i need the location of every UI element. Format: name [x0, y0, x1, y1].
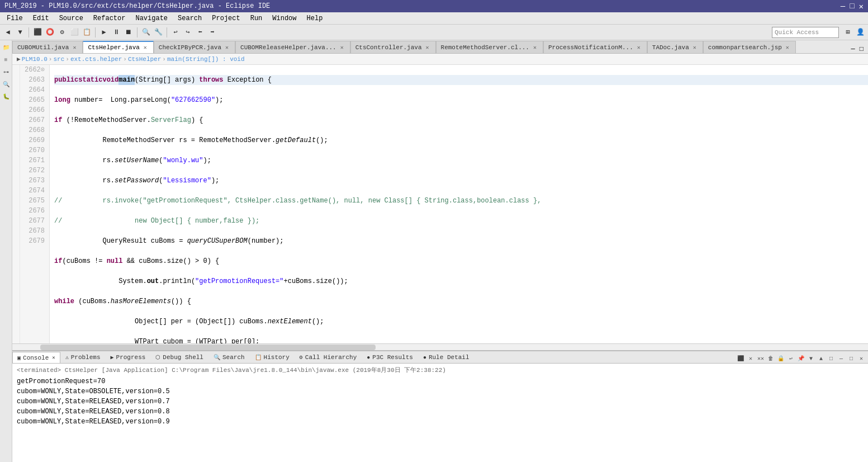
- bottom-tab-progress[interactable]: ▶ Progress: [106, 352, 151, 363]
- toolbar-btn-15[interactable]: ⬅: [195, 27, 206, 38]
- tab-checkip-close[interactable]: ✕: [224, 44, 230, 51]
- console-word-wrap-btn[interactable]: ↩: [786, 354, 795, 363]
- bottom-tab-p3c[interactable]: ● P3C Results: [362, 352, 418, 363]
- bottom-tab-history[interactable]: 📋 History: [250, 352, 295, 363]
- console-remove-btn[interactable]: ✕✕: [756, 354, 765, 363]
- tab-remotemethodserver[interactable]: RemoteMethodServer.cl... ✕: [436, 41, 543, 53]
- bottom-tab-callhierarchy[interactable]: ⚙ Call Hierarchy: [295, 352, 362, 363]
- toolbar-btn-14[interactable]: ↪: [182, 27, 193, 38]
- bottom-tab-debugshell[interactable]: ⬡ Debug Shell: [150, 352, 208, 363]
- bottom-panel-close[interactable]: ✕: [857, 354, 866, 363]
- iconbar-hierarchy[interactable]: ⊶: [1, 67, 11, 77]
- menu-run[interactable]: Run: [246, 13, 267, 23]
- bottom-tab-p3c-label: P3C Results: [372, 354, 413, 361]
- tab-cubomutil-close[interactable]: ✕: [71, 44, 78, 51]
- bottom-tab-callhierarchy-label: Call Hierarchy: [305, 354, 357, 361]
- toolbar-btn-7[interactable]: 📋: [81, 27, 92, 38]
- code-line-2674: Object[] per = (Object[]) cuBoms.nextEle…: [54, 317, 868, 327]
- toolbar-btn-11[interactable]: 🔍: [140, 27, 151, 38]
- h-scrollbar[interactable]: [12, 343, 868, 350]
- quick-access-input[interactable]: Quick Access: [772, 27, 839, 38]
- toolbar-btn-4[interactable]: ⭕: [44, 27, 55, 38]
- tab-cubomrelease[interactable]: CUBOMReleaseHelper.java... ✕: [235, 41, 350, 53]
- menu-edit[interactable]: Edit: [29, 13, 54, 23]
- toolbar-btn-workspace[interactable]: 👤: [855, 27, 866, 38]
- toolbar: ◀ ▼ ⬛ ⭕ ⚙ ⬜ 📋 ▶ ⏸ ⏹ 🔍 🔧 ↩ ↪ ⬅ ➡ Quick Ac…: [0, 25, 868, 40]
- tab-ctshelper-close[interactable]: ✕: [142, 44, 149, 51]
- tab-cubomutil[interactable]: CUBOMUtil.java ✕: [12, 41, 83, 53]
- tab-ctscontroller[interactable]: CtsController.java ✕: [350, 41, 436, 53]
- toolbar-btn-10[interactable]: ⏹: [123, 27, 134, 38]
- progress-icon: ▶: [111, 354, 114, 361]
- breadcrumb-part5[interactable]: main(String[]) : void: [167, 56, 245, 63]
- toolbar-btn-3[interactable]: ⬛: [32, 27, 43, 38]
- toolbar-btn-perspective[interactable]: ⊞: [842, 27, 853, 38]
- tab-processnotification[interactable]: ProcessNotificationM... ✕: [543, 41, 647, 53]
- maximize-button[interactable]: □: [850, 2, 854, 11]
- bottom-panel-minimize[interactable]: —: [837, 354, 846, 363]
- console-pin-btn[interactable]: 📌: [796, 354, 805, 363]
- menu-search[interactable]: Search: [173, 13, 206, 23]
- console-prev-btn[interactable]: ▲: [817, 354, 826, 363]
- tab-tadoc[interactable]: TADoc.java ✕: [647, 41, 703, 53]
- console-scroll-lock-btn[interactable]: 🔒: [776, 354, 785, 363]
- bottom-tab-search[interactable]: 🔍 Search: [208, 352, 250, 363]
- breadcrumb-part1[interactable]: PLM10.0: [22, 56, 48, 63]
- bottom-tab-problems[interactable]: ⚠ Problems: [60, 352, 106, 363]
- code-content[interactable]: 2662⊙ 2663 2664 2665 2666 2667 2668 2669…: [12, 65, 868, 343]
- menu-refactor[interactable]: Refactor: [89, 13, 130, 23]
- toolbar-btn-9[interactable]: ⏸: [111, 27, 122, 38]
- callhierarchy-icon: ⚙: [300, 354, 303, 361]
- tab-commonpart-close[interactable]: ✕: [784, 44, 791, 51]
- gutter: [12, 65, 20, 343]
- toolbar-btn-8[interactable]: ▶: [98, 27, 110, 38]
- menu-window[interactable]: Window: [268, 13, 301, 23]
- console-next-btn[interactable]: ▼: [807, 354, 815, 363]
- iconbar-search[interactable]: 🔍: [1, 79, 11, 89]
- toolbar-btn-2[interactable]: ▼: [15, 27, 26, 38]
- toolbar-btn-5[interactable]: ⚙: [56, 27, 68, 38]
- tab-commonpart[interactable]: commonpartsearch.jsp ✕: [703, 41, 796, 53]
- tab-remotemethodserver-close[interactable]: ✕: [532, 44, 538, 51]
- breadcrumb-part3[interactable]: ext.cts.helper: [70, 56, 122, 63]
- tab-minimize-icon[interactable]: —: [849, 45, 857, 53]
- tab-bar: CUBOMUtil.java ✕ CtsHelper.java ✕ CheckI…: [12, 40, 868, 54]
- breadcrumb-part4[interactable]: CtsHelper: [128, 56, 161, 63]
- breadcrumb-part2[interactable]: src: [53, 56, 64, 63]
- bottom-tab-debugshell-label: Debug Shell: [163, 354, 203, 361]
- bottom-tab-ruledetail[interactable]: ● Rule Detail: [418, 352, 475, 363]
- console-stop-btn[interactable]: ⬛: [736, 354, 745, 363]
- toolbar-btn-1[interactable]: ◀: [2, 27, 13, 38]
- toolbar-sep-2: [95, 27, 96, 37]
- tab-maximize-icon[interactable]: □: [857, 45, 866, 53]
- console-terminate-btn[interactable]: ✕: [746, 354, 755, 363]
- tab-cubomrelease-close[interactable]: ✕: [339, 44, 345, 51]
- toolbar-btn-16[interactable]: ➡: [207, 27, 218, 38]
- iconbar-outline[interactable]: ≡: [1, 55, 11, 65]
- tab-ctscontroller-close[interactable]: ✕: [424, 44, 431, 51]
- minimize-button[interactable]: —: [841, 2, 845, 11]
- menu-source[interactable]: Source: [55, 13, 88, 23]
- console-clear-btn[interactable]: 🗑: [766, 354, 775, 363]
- toolbar-btn-6[interactable]: ⬜: [69, 27, 80, 38]
- bottom-tab-console[interactable]: ▣ Console ✕: [12, 352, 60, 363]
- code-line-2667: rs.setPassword("Lessismore");: [54, 176, 868, 186]
- menu-project[interactable]: Project: [207, 13, 244, 23]
- menu-help[interactable]: Help: [302, 13, 328, 23]
- bottom-panel-maximize[interactable]: □: [847, 354, 856, 363]
- menubar: File Edit Source Refactor Navigate Searc…: [0, 12, 868, 25]
- console-close-icon[interactable]: ✕: [52, 355, 55, 361]
- tab-tadoc-close[interactable]: ✕: [691, 44, 698, 51]
- iconbar-package-explorer[interactable]: 📁: [1, 43, 11, 53]
- toolbar-btn-12[interactable]: 🔧: [153, 27, 164, 38]
- iconbar-debug[interactable]: 🐛: [1, 92, 11, 102]
- h-scrollbar-thumb[interactable]: [40, 345, 376, 350]
- tab-ctshelper[interactable]: CtsHelper.java ✕: [83, 41, 153, 53]
- tab-processnotification-close[interactable]: ✕: [635, 44, 642, 51]
- menu-navigate[interactable]: Navigate: [131, 13, 172, 23]
- toolbar-btn-13[interactable]: ↩: [170, 27, 181, 38]
- tab-checkip[interactable]: CheckIPByPCR.java ✕: [154, 41, 235, 53]
- console-open-btn[interactable]: □: [827, 354, 836, 363]
- menu-file[interactable]: File: [2, 13, 27, 23]
- close-button[interactable]: ✕: [859, 2, 864, 11]
